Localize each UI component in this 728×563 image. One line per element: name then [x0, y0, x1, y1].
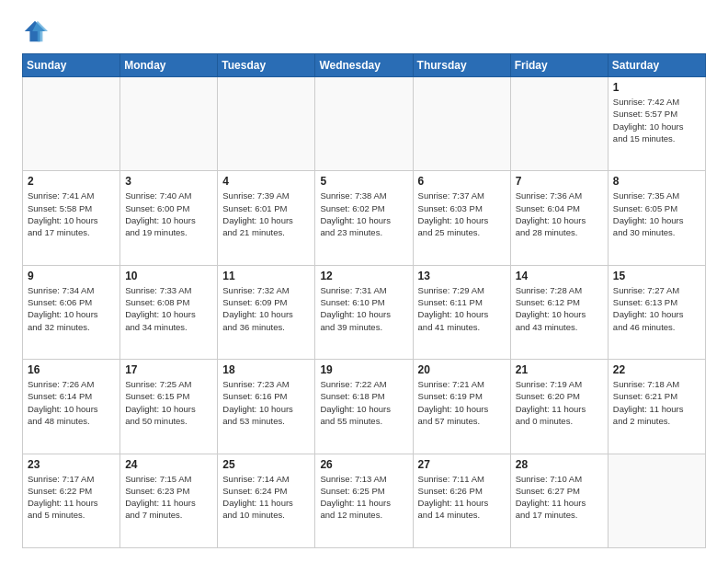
calendar-cell: 28Sunrise: 7:10 AM Sunset: 6:27 PM Dayli… [510, 454, 608, 547]
day-info: Sunrise: 7:29 AM Sunset: 6:11 PM Dayligh… [418, 284, 506, 333]
calendar-cell: 18Sunrise: 7:23 AM Sunset: 6:16 PM Dayli… [218, 360, 315, 454]
day-number: 15 [613, 270, 700, 282]
day-number: 19 [320, 363, 407, 376]
calendar-cell: 4Sunrise: 7:39 AM Sunset: 6:01 PM Daylig… [218, 171, 315, 265]
calendar-cell: 21Sunrise: 7:19 AM Sunset: 6:20 PM Dayli… [510, 360, 608, 454]
day-info: Sunrise: 7:21 AM Sunset: 6:19 PM Dayligh… [418, 378, 506, 427]
week-row-5: 23Sunrise: 7:17 AM Sunset: 6:22 PM Dayli… [23, 454, 706, 547]
day-info: Sunrise: 7:22 AM Sunset: 6:18 PM Dayligh… [320, 378, 407, 427]
day-number: 5 [320, 175, 407, 188]
weekday-header-row: SundayMondayTuesdayWednesdayThursdayFrid… [23, 54, 706, 77]
calendar-cell: 2Sunrise: 7:41 AM Sunset: 5:58 PM Daylig… [23, 171, 120, 265]
day-number: 1 [613, 81, 700, 94]
calendar-cell: 14Sunrise: 7:28 AM Sunset: 6:12 PM Dayli… [510, 265, 608, 359]
day-info: Sunrise: 7:42 AM Sunset: 5:57 PM Dayligh… [613, 96, 700, 144]
day-info: Sunrise: 7:39 AM Sunset: 6:01 PM Dayligh… [222, 190, 310, 238]
day-number: 12 [320, 270, 407, 282]
day-number: 25 [222, 458, 310, 471]
day-number: 24 [125, 458, 212, 471]
calendar-cell: 6Sunrise: 7:37 AM Sunset: 6:03 PM Daylig… [413, 171, 510, 265]
day-number: 9 [28, 270, 115, 282]
logo [22, 18, 51, 44]
calendar-cell: 9Sunrise: 7:34 AM Sunset: 6:06 PM Daylig… [23, 265, 120, 359]
day-info: Sunrise: 7:25 AM Sunset: 6:15 PM Dayligh… [125, 378, 212, 427]
day-number: 26 [320, 458, 407, 471]
calendar-cell: 3Sunrise: 7:40 AM Sunset: 6:00 PM Daylig… [120, 171, 218, 265]
day-info: Sunrise: 7:23 AM Sunset: 6:16 PM Dayligh… [222, 378, 310, 427]
day-number: 16 [28, 363, 115, 376]
weekday-friday: Friday [510, 54, 608, 77]
week-row-2: 2Sunrise: 7:41 AM Sunset: 5:58 PM Daylig… [23, 171, 706, 265]
calendar-cell: 7Sunrise: 7:36 AM Sunset: 6:04 PM Daylig… [510, 171, 608, 265]
day-info: Sunrise: 7:36 AM Sunset: 6:04 PM Dayligh… [516, 190, 603, 238]
calendar-cell: 25Sunrise: 7:14 AM Sunset: 6:24 PM Dayli… [218, 454, 315, 547]
week-row-1: 1Sunrise: 7:42 AM Sunset: 5:57 PM Daylig… [23, 77, 706, 171]
day-info: Sunrise: 7:10 AM Sunset: 6:27 PM Dayligh… [516, 473, 603, 522]
day-info: Sunrise: 7:15 AM Sunset: 6:23 PM Dayligh… [125, 473, 212, 522]
weekday-tuesday: Tuesday [218, 54, 315, 77]
calendar-cell: 22Sunrise: 7:18 AM Sunset: 6:21 PM Dayli… [608, 360, 705, 454]
day-info: Sunrise: 7:37 AM Sunset: 6:03 PM Dayligh… [418, 190, 506, 238]
day-number: 2 [28, 175, 115, 188]
day-info: Sunrise: 7:31 AM Sunset: 6:10 PM Dayligh… [320, 284, 407, 333]
calendar-cell: 11Sunrise: 7:32 AM Sunset: 6:09 PM Dayli… [218, 265, 315, 359]
calendar-cell: 20Sunrise: 7:21 AM Sunset: 6:19 PM Dayli… [413, 360, 510, 454]
day-number: 28 [516, 458, 603, 471]
day-number: 21 [516, 363, 603, 376]
day-info: Sunrise: 7:27 AM Sunset: 6:13 PM Dayligh… [613, 284, 700, 333]
day-info: Sunrise: 7:19 AM Sunset: 6:20 PM Dayligh… [516, 378, 603, 427]
day-number: 13 [418, 270, 506, 282]
calendar-cell: 23Sunrise: 7:17 AM Sunset: 6:22 PM Dayli… [23, 454, 120, 547]
calendar-cell: 8Sunrise: 7:35 AM Sunset: 6:05 PM Daylig… [608, 171, 705, 265]
weekday-sunday: Sunday [23, 54, 120, 77]
day-number: 4 [222, 175, 310, 188]
day-number: 7 [516, 175, 603, 188]
calendar-cell [608, 454, 705, 547]
calendar-cell: 26Sunrise: 7:13 AM Sunset: 6:25 PM Dayli… [315, 454, 413, 547]
calendar-cell: 13Sunrise: 7:29 AM Sunset: 6:11 PM Dayli… [413, 265, 510, 359]
day-info: Sunrise: 7:13 AM Sunset: 6:25 PM Dayligh… [320, 473, 407, 522]
calendar-table: SundayMondayTuesdayWednesdayThursdayFrid… [22, 53, 706, 548]
day-info: Sunrise: 7:17 AM Sunset: 6:22 PM Dayligh… [28, 473, 115, 522]
weekday-thursday: Thursday [413, 54, 510, 77]
calendar-cell: 1Sunrise: 7:42 AM Sunset: 5:57 PM Daylig… [608, 77, 705, 171]
calendar-cell [120, 77, 218, 171]
day-info: Sunrise: 7:38 AM Sunset: 6:02 PM Dayligh… [320, 190, 407, 238]
calendar-cell [315, 77, 413, 171]
calendar-cell [413, 77, 510, 171]
day-number: 6 [418, 175, 506, 188]
day-info: Sunrise: 7:32 AM Sunset: 6:09 PM Dayligh… [222, 284, 310, 333]
day-info: Sunrise: 7:18 AM Sunset: 6:21 PM Dayligh… [613, 378, 700, 427]
day-number: 3 [125, 175, 212, 188]
calendar-cell: 24Sunrise: 7:15 AM Sunset: 6:23 PM Dayli… [120, 454, 218, 547]
calendar-cell: 19Sunrise: 7:22 AM Sunset: 6:18 PM Dayli… [315, 360, 413, 454]
day-number: 8 [613, 175, 700, 188]
day-info: Sunrise: 7:41 AM Sunset: 5:58 PM Dayligh… [28, 190, 115, 238]
calendar-cell [510, 77, 608, 171]
day-info: Sunrise: 7:35 AM Sunset: 6:05 PM Dayligh… [613, 190, 700, 238]
day-number: 11 [222, 270, 310, 282]
day-number: 17 [125, 363, 212, 376]
week-row-3: 9Sunrise: 7:34 AM Sunset: 6:06 PM Daylig… [23, 265, 706, 359]
calendar-cell: 16Sunrise: 7:26 AM Sunset: 6:14 PM Dayli… [23, 360, 120, 454]
calendar-cell: 17Sunrise: 7:25 AM Sunset: 6:15 PM Dayli… [120, 360, 218, 454]
calendar-cell: 12Sunrise: 7:31 AM Sunset: 6:10 PM Dayli… [315, 265, 413, 359]
day-info: Sunrise: 7:40 AM Sunset: 6:00 PM Dayligh… [125, 190, 212, 238]
day-info: Sunrise: 7:14 AM Sunset: 6:24 PM Dayligh… [222, 473, 310, 522]
day-info: Sunrise: 7:34 AM Sunset: 6:06 PM Dayligh… [28, 284, 115, 333]
weekday-monday: Monday [120, 54, 218, 77]
day-info: Sunrise: 7:28 AM Sunset: 6:12 PM Dayligh… [516, 284, 603, 333]
day-info: Sunrise: 7:33 AM Sunset: 6:08 PM Dayligh… [125, 284, 212, 333]
page: SundayMondayTuesdayWednesdayThursdayFrid… [0, 0, 728, 563]
logo-icon [22, 18, 48, 44]
calendar-cell: 27Sunrise: 7:11 AM Sunset: 6:26 PM Dayli… [413, 454, 510, 547]
day-number: 18 [222, 363, 310, 376]
day-info: Sunrise: 7:11 AM Sunset: 6:26 PM Dayligh… [418, 473, 506, 522]
day-number: 20 [418, 363, 506, 376]
day-info: Sunrise: 7:26 AM Sunset: 6:14 PM Dayligh… [28, 378, 115, 427]
calendar-cell: 5Sunrise: 7:38 AM Sunset: 6:02 PM Daylig… [315, 171, 413, 265]
day-number: 23 [28, 458, 115, 471]
calendar-cell: 10Sunrise: 7:33 AM Sunset: 6:08 PM Dayli… [120, 265, 218, 359]
day-number: 10 [125, 270, 212, 282]
day-number: 22 [613, 363, 700, 376]
